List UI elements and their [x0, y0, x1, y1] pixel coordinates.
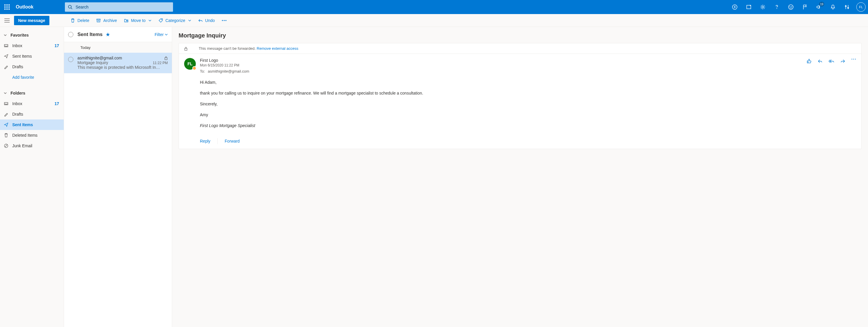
nav-fav-drafts[interactable]: Drafts: [0, 61, 64, 72]
app-header: Outlook 19: [0, 0, 868, 14]
nav-folder-deleted[interactable]: Deleted Items: [0, 130, 64, 140]
reply-button[interactable]: [817, 59, 823, 64]
folder-nav: Favorites Inbox 17 Sent Items Drafts Add…: [0, 27, 64, 327]
nav-fav-sent[interactable]: Sent Items: [0, 51, 64, 61]
app-launcher-button[interactable]: [0, 0, 14, 14]
delete-button[interactable]: Delete: [67, 15, 92, 26]
sender-avatar[interactable]: FL: [184, 58, 196, 70]
message-lines: asmithignite@gmail.com Mortgage Inquiry …: [78, 56, 168, 70]
folders-header[interactable]: Folders: [0, 88, 64, 98]
svg-point-14: [224, 20, 225, 21]
bell-icon: [830, 4, 836, 10]
skype-button[interactable]: [728, 0, 742, 14]
search-container: [65, 2, 173, 12]
ellipsis-icon: [851, 59, 856, 60]
archive-icon: [96, 18, 101, 23]
message-card: This message can't be forwarded. Remove …: [179, 43, 862, 149]
svg-rect-18: [185, 48, 187, 50]
folder-title: Sent Items: [78, 32, 102, 37]
skype-icon: [732, 4, 738, 10]
account-avatar[interactable]: FL: [856, 2, 866, 12]
body-signature: First Logo Mortgage Specialist: [200, 122, 856, 129]
categorize-button[interactable]: Categorize: [155, 15, 194, 26]
message-select-checkbox[interactable]: [68, 57, 73, 62]
nav-item-label: Junk Email: [12, 143, 32, 148]
nav-toggle-button[interactable]: [2, 15, 12, 26]
announcements-badge: 19: [819, 2, 824, 6]
inbox-icon: [3, 43, 9, 48]
nav-folder-inbox[interactable]: Inbox 17: [0, 98, 64, 109]
message-body: Hi Adam, thank you for calling us to inq…: [179, 75, 861, 136]
reply-link[interactable]: Reply: [200, 139, 210, 143]
add-favorite-button[interactable]: Add favorite: [0, 72, 64, 83]
reply-icon: [817, 59, 823, 64]
presence-away-icon: [192, 66, 196, 70]
settings-button[interactable]: [756, 0, 770, 14]
remove-access-link[interactable]: Remove external access: [257, 46, 298, 51]
message-from: asmithignite@gmail.com: [78, 56, 122, 60]
reply-all-button[interactable]: [829, 59, 834, 64]
sender-initials: FL: [187, 61, 192, 66]
to-label: To:: [200, 69, 205, 74]
select-all-checkbox[interactable]: [68, 32, 73, 37]
lock-icon: [184, 47, 188, 51]
undo-label: Undo: [205, 18, 215, 23]
move-to-button[interactable]: Move to: [121, 15, 154, 26]
announcements-button[interactable]: 19: [812, 0, 826, 14]
flag-icon: [802, 4, 808, 10]
svg-point-0: [68, 5, 71, 8]
nav-folder-junk[interactable]: Junk Email: [0, 140, 64, 151]
more-commands-button[interactable]: [219, 15, 229, 26]
message-preview: This message is protected with Microsoft…: [78, 65, 168, 70]
nav-item-label: Deleted Items: [12, 133, 37, 138]
favorite-star-icon[interactable]: ★: [105, 31, 110, 38]
undo-button[interactable]: Undo: [195, 15, 218, 26]
nav-folder-drafts[interactable]: Drafts: [0, 109, 64, 119]
chevron-down-icon: [3, 33, 7, 37]
filter-button[interactable]: Filter: [155, 32, 168, 37]
svg-point-20: [854, 59, 854, 60]
forward-button[interactable]: [840, 59, 845, 64]
search-input[interactable]: [75, 5, 170, 9]
junk-icon: [3, 143, 9, 148]
categorize-label: Categorize: [165, 18, 185, 23]
message-subject: Mortgage Inquiry: [78, 60, 108, 65]
help-button[interactable]: [770, 0, 784, 14]
nav-folder-sent[interactable]: Sent Items: [0, 119, 64, 130]
flag-button[interactable]: [798, 0, 812, 14]
new-message-button[interactable]: New message: [14, 16, 50, 25]
svg-rect-17: [165, 58, 167, 60]
svg-point-7: [790, 6, 790, 7]
archive-button[interactable]: Archive: [93, 15, 120, 26]
nav-item-count: 17: [54, 43, 59, 48]
nav-item-label: Drafts: [12, 112, 23, 116]
trash-icon: [3, 133, 9, 138]
notice-text: This message can't be forwarded.: [199, 46, 256, 51]
emoji-button[interactable]: [784, 0, 798, 14]
like-button[interactable]: [806, 59, 812, 64]
delete-label: Delete: [78, 18, 89, 23]
svg-point-13: [222, 20, 223, 21]
move-to-label: Move to: [131, 18, 146, 23]
message-item[interactable]: asmithignite@gmail.com Mortgage Inquiry …: [64, 53, 172, 74]
svg-point-5: [777, 8, 777, 9]
nav-item-count: 17: [54, 101, 59, 106]
favorites-header[interactable]: Favorites: [0, 30, 64, 40]
more-actions-button[interactable]: [851, 59, 856, 60]
customize-button[interactable]: [840, 0, 854, 14]
commands: Delete Archive Move to Categorize Undo: [64, 15, 229, 26]
search-box[interactable]: [65, 2, 173, 12]
notes-button[interactable]: [742, 0, 756, 14]
reply-all-icon: [829, 59, 834, 64]
nav-item-label: Sent Items: [12, 122, 33, 127]
message-time: 11:22 PM: [153, 61, 168, 65]
header-icons: 19 FL: [728, 0, 866, 14]
emoji-icon: [788, 4, 794, 10]
notifications-button[interactable]: [826, 0, 840, 14]
nav-fav-inbox[interactable]: Inbox 17: [0, 40, 64, 51]
help-icon: [774, 4, 780, 10]
sender-name: First Logo: [200, 58, 802, 63]
forward-link[interactable]: Forward: [225, 139, 240, 143]
to-value: asmithignite@gmail.com: [208, 69, 249, 74]
folder-move-icon: [124, 18, 129, 23]
